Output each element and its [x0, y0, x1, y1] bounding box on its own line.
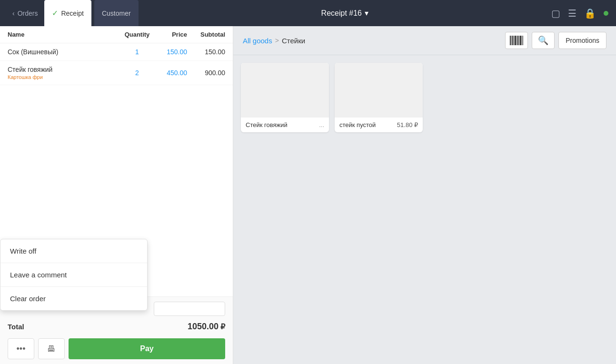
nav-right: ▢ ☰ 🔒 [551, 8, 608, 19]
svg-rect-3 [514, 36, 514, 45]
dropdown-menu: Write off Leave a comment Clear order [0, 239, 148, 311]
svg-rect-1 [511, 36, 512, 45]
product-price: 51.80 ₽ [397, 121, 418, 128]
col-header-subtotal: Subtotal [187, 31, 225, 38]
col-header-price: Price [154, 31, 187, 38]
breadcrumb-current: Стейки [282, 37, 305, 45]
discount-input[interactable] [154, 302, 225, 316]
menu-icon[interactable]: ☰ [568, 8, 576, 19]
total-label: Total [8, 323, 24, 331]
chevron-left-icon: ‹ [12, 10, 15, 17]
item-name: Сок (Вишневый) [8, 48, 120, 56]
barcode-icon [510, 36, 523, 45]
product-card[interactable]: стейк пустой 51.80 ₽ [335, 63, 423, 132]
ellipsis-icon: ••• [17, 344, 26, 354]
table-row[interactable]: Стейк говяжий Картошка фри 2 450.00 900.… [0, 61, 233, 85]
printer-icon: 🖶 [47, 344, 56, 354]
tab-receipt[interactable]: ✓ Receipt [44, 0, 91, 26]
item-modifier: Картошка фри [8, 74, 120, 80]
svg-rect-10 [523, 36, 523, 45]
receipt-title: Receipt #16 [321, 9, 362, 18]
breadcrumb: All goods > Стейки [243, 37, 501, 45]
receipt-title-area[interactable]: Receipt #16 ▾ [139, 9, 551, 18]
product-card[interactable]: Стейк говяжий ... [241, 63, 329, 132]
product-menu-dots[interactable]: ... [319, 121, 324, 128]
dropdown-item-leave-comment[interactable]: Leave a comment [0, 263, 147, 287]
nav-left: ‹ Orders ✓ Receipt Customer [8, 0, 139, 26]
item-subtotal: 150.00 [187, 48, 225, 56]
svg-rect-5 [517, 36, 517, 45]
table-row[interactable]: Сок (Вишневый) 1 150.00 150.00 [0, 43, 233, 61]
item-price: 450.00 [154, 69, 187, 77]
item-quantity: 2 [120, 69, 154, 77]
orders-label: Orders [18, 10, 38, 17]
total-row: Total 1050.00 ₽ [8, 320, 225, 334]
item-subtotal: 900.00 [187, 69, 225, 77]
dropdown-item-write-off[interactable]: Write off [0, 239, 147, 263]
products-grid: Стейк говяжий ... стейк пустой 51.80 ₽ [233, 55, 616, 364]
action-buttons: ••• 🖶 Pay [8, 338, 225, 359]
right-panel: All goods > Стейки [233, 26, 616, 364]
more-button[interactable]: ••• [8, 338, 34, 359]
item-price: 150.00 [154, 48, 187, 56]
main-area: Name Quantity Price Subtotal Сок (Вишнев… [0, 26, 616, 364]
check-icon: ✓ [52, 9, 58, 18]
total-value: 1050.00 ₽ [188, 322, 225, 332]
top-navigation: ‹ Orders ✓ Receipt Customer Receipt #16 … [0, 0, 616, 26]
table-header: Name Quantity Price Subtotal [0, 26, 233, 43]
right-actions: 🔍 Promotions [505, 32, 606, 49]
dropdown-item-clear-order[interactable]: Clear order [0, 287, 147, 310]
print-button[interactable]: 🖶 [38, 338, 65, 359]
product-image [335, 63, 423, 118]
svg-rect-9 [522, 36, 522, 45]
currency-symbol: ₽ [220, 322, 225, 331]
barcode-button[interactable] [505, 32, 528, 49]
svg-rect-2 [512, 36, 513, 45]
status-indicator [604, 11, 608, 16]
breadcrumb-all-goods[interactable]: All goods [243, 37, 272, 45]
search-icon: 🔍 [538, 35, 548, 46]
svg-rect-0 [510, 36, 511, 45]
svg-rect-8 [520, 36, 521, 45]
tab-customer[interactable]: Customer [94, 0, 139, 26]
store-icon[interactable]: ▢ [551, 8, 560, 19]
col-header-quantity: Quantity [120, 31, 154, 38]
orders-button[interactable]: ‹ Orders [8, 7, 42, 20]
right-panel-header: All goods > Стейки [233, 26, 616, 55]
product-name: стейк пустой [339, 121, 397, 128]
customer-tab-label: Customer [102, 10, 131, 17]
total-amount: 1050.00 [188, 322, 219, 332]
receipt-chevron: ▾ [365, 9, 368, 18]
svg-rect-7 [519, 36, 519, 45]
breadcrumb-separator: > [275, 37, 279, 44]
pay-button[interactable]: Pay [69, 338, 225, 359]
svg-rect-6 [517, 36, 518, 45]
receipt-tab-label: Receipt [61, 10, 83, 17]
col-header-name: Name [8, 31, 120, 38]
svg-rect-4 [515, 36, 516, 45]
product-name: Стейк говяжий [246, 121, 317, 128]
promotions-button[interactable]: Promotions [558, 32, 606, 49]
item-quantity: 1 [120, 48, 154, 56]
lock-icon[interactable]: 🔒 [584, 8, 596, 19]
item-name: Стейк говяжий [8, 66, 120, 73]
search-button[interactable]: 🔍 [532, 32, 555, 49]
left-panel: Name Quantity Price Subtotal Сок (Вишнев… [0, 26, 233, 364]
product-image [241, 63, 329, 118]
